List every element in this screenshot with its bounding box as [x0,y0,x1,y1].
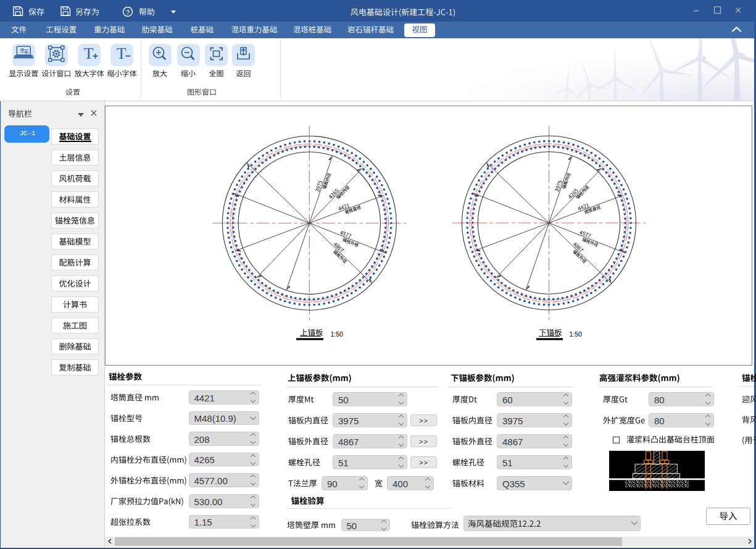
svg-text:T: T [117,45,126,62]
svg-text:?: ? [126,9,130,16]
svg-text:T: T [84,45,93,62]
